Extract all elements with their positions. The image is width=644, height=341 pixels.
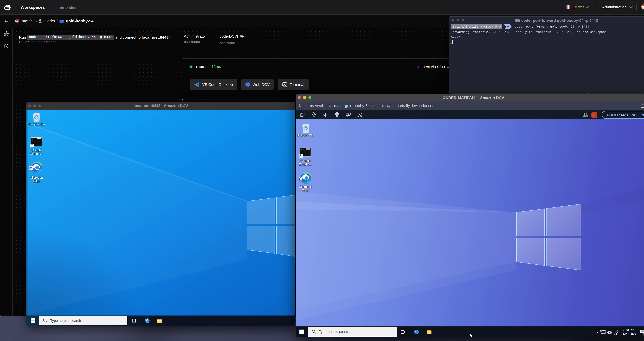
svg-text:}: }: [9, 5, 11, 10]
